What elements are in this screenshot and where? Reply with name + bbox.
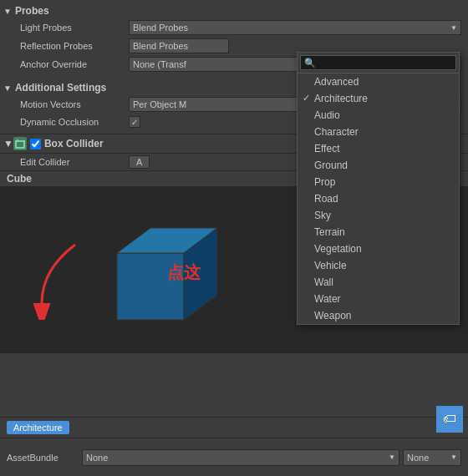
dropdown-item[interactable]: Character: [298, 124, 459, 140]
dropdown-item[interactable]: Advanced: [298, 73, 459, 90]
additional-settings-title: Additional Settings: [15, 82, 106, 94]
architecture-tag-badge[interactable]: Architecture: [7, 421, 69, 434]
motion-vectors-label: Motion Vectors: [20, 99, 129, 109]
box-collider-enabled-checkbox[interactable]: [30, 139, 41, 149]
box-collider-arrow-icon: ▼: [3, 138, 13, 149]
dropdown-item[interactable]: Prop: [298, 174, 459, 190]
tag-icon: 🏷: [443, 412, 456, 427]
additional-settings-arrow-icon: ▼: [3, 84, 12, 93]
dropdown-search-row: [298, 53, 459, 73]
light-probes-dropdown[interactable]: Blend Probes ▼: [129, 20, 461, 35]
probes-header[interactable]: ▼ Probes: [0, 3, 468, 18]
dropdown-item[interactable]: Effect: [298, 140, 459, 157]
dropdown-item[interactable]: Road: [298, 190, 459, 207]
tag-dropdown: AdvancedArchitectureAudioCharacterEffect…: [297, 52, 460, 325]
dynamic-occlusion-checkbox[interactable]: ✓: [129, 116, 140, 128]
svg-line-2: [24, 139, 25, 141]
assetbundle-row: AssetBundle None ▼ None ▼: [0, 438, 468, 476]
light-probes-label: Light Probes: [20, 23, 129, 33]
assetbundle-label: AssetBundle: [7, 453, 82, 463]
bottom-tag-bar: Architecture: [0, 417, 468, 438]
dropdown-item[interactable]: Vegetation: [298, 241, 459, 257]
light-probes-row: Light Probes Blend Probes ▼: [0, 18, 468, 37]
probes-title: Probes: [15, 5, 49, 17]
edit-collider-button[interactable]: A: [129, 155, 150, 169]
dynamic-occlusion-label: Dynamic Occlusion: [20, 117, 129, 127]
dropdown-item[interactable]: Architecture: [298, 90, 459, 107]
chevron-down-icon: ▼: [389, 453, 395, 461]
dropdown-item[interactable]: Ground: [298, 157, 459, 174]
dropdown-item[interactable]: Vehicle: [298, 257, 459, 274]
dropdown-item[interactable]: Water: [298, 291, 459, 307]
assetbundle-dropdown1[interactable]: None ▼: [82, 449, 399, 466]
red-arrow-down-annotation: [25, 236, 92, 322]
dropdown-items-list: AdvancedArchitectureAudioCharacterEffect…: [298, 73, 459, 324]
dropdown-item[interactable]: Sky: [298, 207, 459, 224]
probes-arrow-icon: ▼: [3, 7, 12, 16]
dropdown-item[interactable]: Terrain: [298, 224, 459, 241]
dropdown-item[interactable]: Audio: [298, 107, 459, 124]
dropdown-item[interactable]: Weapon: [298, 307, 459, 324]
edit-collider-label: Edit Collider: [20, 157, 129, 167]
svg-rect-0: [16, 141, 24, 148]
assetbundle-dropdown2[interactable]: None ▼: [403, 449, 461, 466]
dropdown-search-input[interactable]: [300, 55, 456, 70]
box-collider-title: Box Collider: [44, 138, 104, 149]
chevron-down-icon: ▼: [450, 24, 457, 32]
reflection-probes-label: Reflection Probes: [20, 41, 129, 51]
chinese-annotation: 点这: [167, 261, 201, 284]
anchor-override-label: Anchor Override: [20, 59, 129, 69]
dropdown-item[interactable]: Wall: [298, 274, 459, 291]
chevron-down-icon: ▼: [450, 453, 457, 461]
reflection-probes-dropdown[interactable]: Blend Probes: [129, 38, 229, 53]
tag-highlight-button[interactable]: 🏷: [436, 406, 463, 433]
box-collider-icon: [13, 137, 27, 150]
